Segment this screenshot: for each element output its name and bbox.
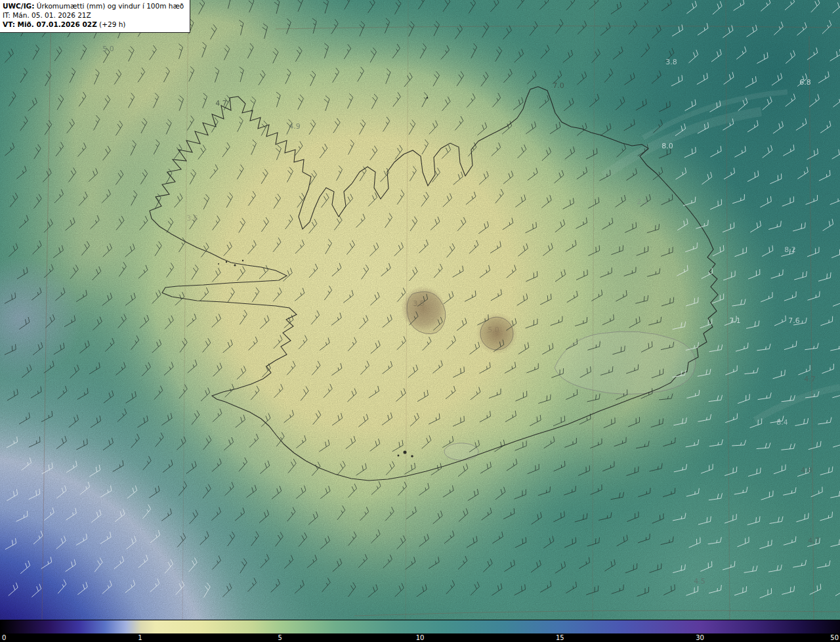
colorbar-gradient (0, 620, 840, 633)
field-value-label: 2.1 (637, 198, 648, 206)
model-label: UWC/IG: (3, 2, 34, 10)
field-value-label: 3.8 (665, 58, 677, 66)
colorbar: 01510153050 (0, 620, 840, 642)
init-time-line: IT: Mán. 05. 01. 2026 21Z (3, 11, 184, 20)
valid-time-label: VT: Mið. 07.01.2026 02Z (3, 20, 97, 28)
field-value-label: 8.4 (776, 418, 788, 427)
field-value-label: 8.0 (662, 142, 673, 150)
colorbar-tick: 30 (696, 633, 704, 642)
colorbar-tick: 15 (556, 633, 564, 642)
colorbar-tick-row: 01510153050 (0, 633, 840, 642)
weather-forecast-map: 5.04.74.97.03.86.88.02.13.68.23.55.07.17… (0, 0, 840, 642)
field-value-label: 5.0 (102, 45, 114, 53)
field-value-label: 7.1 (729, 316, 741, 325)
field-value-label: 7.0 (553, 81, 564, 90)
field-value-label: 6.8 (799, 78, 811, 87)
field-value-label: 4.9 (289, 122, 301, 131)
field-value-label: 3.5 (413, 299, 425, 308)
colorbar-tick: 1 (138, 633, 142, 642)
field-value-label: 8.2 (784, 246, 796, 254)
colorbar-tick: 0 (2, 633, 6, 642)
title-text: Úrkomumætti (mm) og vindur í 100m hæð (34, 2, 184, 10)
colorbar-tick: 50 (830, 633, 839, 642)
field-value-label: 4.5 (694, 577, 705, 586)
colorbar-tick: 10 (416, 633, 425, 642)
field-value-label: 4.7 (215, 99, 227, 108)
field-value-label: 3.6 (186, 214, 198, 223)
field-value-label: 4.7 (808, 536, 820, 545)
colorbar-tick: 5 (278, 633, 282, 642)
valid-time-line: VT: Mið. 07.01.2026 02Z (+29 h) (3, 20, 184, 30)
valid-time-offset: (+29 h) (97, 20, 126, 28)
map-canvas: 5.04.74.97.03.86.88.02.13.68.23.55.07.17… (0, 0, 840, 620)
title-box: UWC/IG: Úrkomumætti (mm) og vindur í 100… (0, 0, 190, 33)
field-value-label: 7.6 (788, 316, 800, 325)
field-value-label: 4.8 (801, 466, 812, 475)
field-value-label: 5.0 (488, 326, 499, 334)
title-line: UWC/IG: Úrkomumætti (mm) og vindur í 100… (3, 2, 184, 11)
field-value-label: 4.7 (804, 375, 816, 383)
